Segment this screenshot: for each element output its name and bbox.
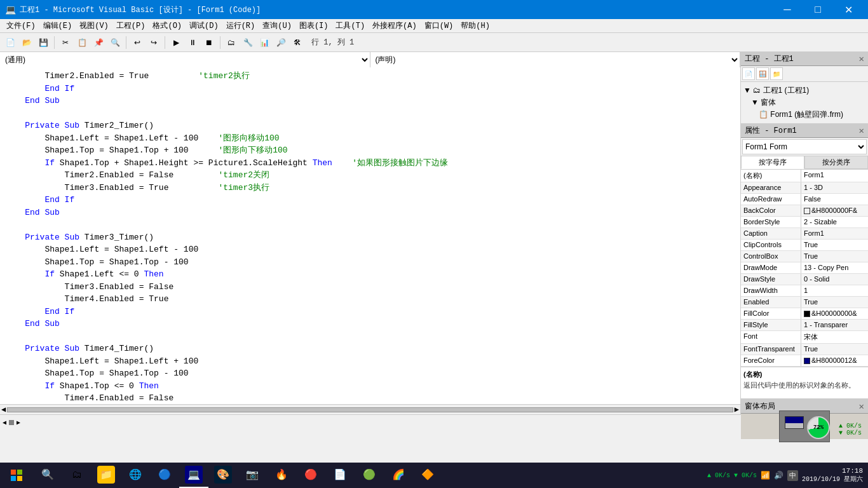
edge-icon: 🌐: [126, 466, 144, 484]
tree-project[interactable]: ▼ 🗂 工程1 (工程1): [743, 85, 865, 97]
taskbar-clock[interactable]: 17:18 2019/10/19 星期六: [802, 467, 863, 484]
prop-name-drawwidth: DrawWidth: [741, 285, 801, 296]
app6-icon: 🌈: [390, 466, 407, 484]
prop-value-appearance[interactable]: 1 - 3D: [801, 182, 868, 193]
toolbar-stop[interactable]: ⏹: [201, 35, 217, 50]
tree-forms-label: 窗体: [761, 98, 776, 107]
prop-value-drawstyle[interactable]: 0 - Solid: [801, 274, 868, 285]
taskbar-input-method[interactable]: 中: [787, 470, 798, 481]
toolbar-project-explorer[interactable]: 🗂: [224, 35, 239, 50]
taskbar-app7[interactable]: 🔶: [413, 463, 442, 488]
tab-alphabetic[interactable]: 按字母序: [741, 156, 804, 169]
project-panel-close[interactable]: ✕: [859, 53, 864, 64]
menu-format[interactable]: 格式(O): [149, 19, 186, 32]
taskbar-network-indicator[interactable]: 📶: [761, 471, 770, 480]
prop-value-clipcontrols[interactable]: True: [801, 240, 868, 250]
status-right-arrow[interactable]: ▶: [17, 419, 20, 426]
prop-value-name[interactable]: Form1: [801, 170, 868, 182]
properties-object-select[interactable]: Form1 Form: [742, 139, 867, 154]
taskbar-app6[interactable]: 🌈: [384, 463, 413, 488]
prop-value-fillstyle[interactable]: 1 - Transparer: [801, 320, 868, 330]
toolbar-toolbox[interactable]: 🛠: [290, 35, 305, 50]
prop-value-fillcolor[interactable]: &H00000000&: [801, 308, 868, 319]
menu-run[interactable]: 运行(R): [222, 19, 259, 32]
menu-edit[interactable]: 编辑(E): [39, 19, 76, 32]
menu-query[interactable]: 查询(U): [259, 19, 295, 32]
status-left-arrow[interactable]: ◀: [3, 419, 6, 426]
toolbar-redo[interactable]: ↪: [146, 35, 161, 50]
prop-value-drawwidth[interactable]: 1: [801, 285, 868, 296]
taskbar-vb6[interactable]: 💻: [179, 463, 208, 488]
proj-view-form[interactable]: 🪟: [756, 67, 769, 80]
prop-value-drawmode[interactable]: 13 - Copy Pen: [801, 262, 868, 273]
tab-category[interactable]: 按分类序: [804, 156, 868, 169]
toolbar-paste[interactable]: 📌: [91, 35, 106, 50]
toolbar-sep4: [220, 36, 220, 49]
close-button[interactable]: ✕: [834, 0, 863, 19]
code-area[interactable]: Timer2.Enabled = True 'timer2执行 End If E…: [0, 67, 740, 404]
prop-value-backcolor[interactable]: &H8000000F&: [801, 205, 868, 216]
code-object-dropdown[interactable]: (通用): [0, 52, 370, 67]
prop-value-autoredraw[interactable]: False: [801, 194, 868, 205]
prop-value-fonttransparent[interactable]: True: [801, 344, 868, 355]
taskbar-search[interactable]: 🔍: [33, 463, 62, 488]
tree-forms-folder[interactable]: ▼ 窗体: [743, 97, 865, 109]
menu-tools[interactable]: 工具(T): [332, 19, 369, 32]
taskbar-app5[interactable]: 🟢: [355, 463, 384, 488]
menu-view[interactable]: 视图(V): [76, 19, 112, 32]
taskbar-battery[interactable]: 🔊: [774, 471, 783, 480]
toolbar-open-folder[interactable]: 📂: [19, 35, 34, 50]
toolbar-find[interactable]: 🔍: [107, 35, 123, 50]
menu-project[interactable]: 工程(P): [112, 19, 149, 32]
toolbar-undo[interactable]: ↩: [130, 35, 145, 50]
start-button[interactable]: [0, 463, 33, 488]
prop-value-enabled[interactable]: True: [801, 297, 868, 308]
proj-view-code[interactable]: 📄: [742, 67, 755, 80]
taskbar-photoshop[interactable]: 🎨: [208, 463, 238, 488]
taskbar-firefox[interactable]: 🔥: [267, 463, 296, 488]
prop-row-autoredraw: AutoRedraw False: [741, 194, 868, 205]
menu-window[interactable]: 窗口(W): [421, 19, 458, 32]
menu-chart[interactable]: 图表(I): [295, 19, 332, 32]
minimize-button[interactable]: ─: [773, 0, 802, 19]
properties-description: (名称) 返回代码中使用的标识对象的名称。: [741, 367, 868, 398]
prop-value-controlbox[interactable]: True: [801, 251, 868, 262]
tree-forms-expand: ▼: [751, 98, 761, 107]
right-panel: 工程 - 工程1 ✕ 📄 🪟 📁 ▼ 🗂 工程1 (工程1) ▼ 窗体 📋: [741, 52, 868, 414]
menu-file[interactable]: 文件(F): [3, 19, 39, 32]
properties-tabs: 按字母序 按分类序: [741, 156, 868, 170]
prop-value-caption[interactable]: Form1: [801, 228, 868, 239]
toolbar-pause[interactable]: ⏸: [185, 35, 200, 50]
toolbar-properties[interactable]: 🔧: [240, 35, 255, 50]
title-bar: 💻 工程1 - Microsoft Visual Basic [设计] - [F…: [0, 0, 868, 19]
toolbar-run[interactable]: ▶: [168, 35, 184, 50]
menu-help[interactable]: 帮助(H): [457, 19, 494, 32]
toolbar-save[interactable]: 💾: [36, 35, 51, 50]
prop-row-appearance: Appearance 1 - 3D: [741, 182, 868, 194]
maximize-button[interactable]: □: [803, 0, 832, 19]
taskbar-app3[interactable]: 📷: [238, 463, 267, 488]
taskbar-edge[interactable]: 🌐: [121, 463, 150, 488]
prop-value-borderstyle[interactable]: 2 - Sizable: [801, 217, 868, 227]
tree-form1[interactable]: 📋 Form1 (触壁回弹.frm): [743, 109, 865, 121]
proj-toggle-folders[interactable]: 📁: [770, 67, 783, 80]
taskbar-taskview[interactable]: 🗂: [62, 463, 92, 488]
taskbar-chrome[interactable]: 🔵: [150, 463, 179, 488]
layout-panel-close[interactable]: ✕: [859, 401, 864, 412]
properties-panel-close[interactable]: ✕: [859, 125, 864, 136]
taskbar-explorer[interactable]: 📁: [92, 463, 121, 488]
app7-icon: 🔶: [419, 466, 437, 484]
toolbar-obj-browser[interactable]: 🔎: [273, 35, 288, 50]
toolbar-cut[interactable]: ✂: [58, 35, 73, 50]
code-scrollbar-horizontal[interactable]: ◀ ▶: [0, 404, 740, 414]
menu-addins[interactable]: 外接程序(A): [369, 19, 421, 32]
prop-value-forecolor[interactable]: &H80000012&: [801, 355, 868, 366]
toolbar-form-layout[interactable]: 📊: [257, 35, 272, 50]
taskbar-app4[interactable]: 🔴: [296, 463, 325, 488]
prop-value-font[interactable]: 宋体: [801, 331, 868, 343]
toolbar-new[interactable]: 📄: [3, 35, 18, 50]
toolbar-copy[interactable]: 📋: [74, 35, 90, 50]
code-proc-dropdown[interactable]: (声明): [370, 52, 741, 67]
menu-debug[interactable]: 调试(D): [186, 19, 222, 32]
taskbar-acrobat[interactable]: 📄: [325, 463, 355, 488]
